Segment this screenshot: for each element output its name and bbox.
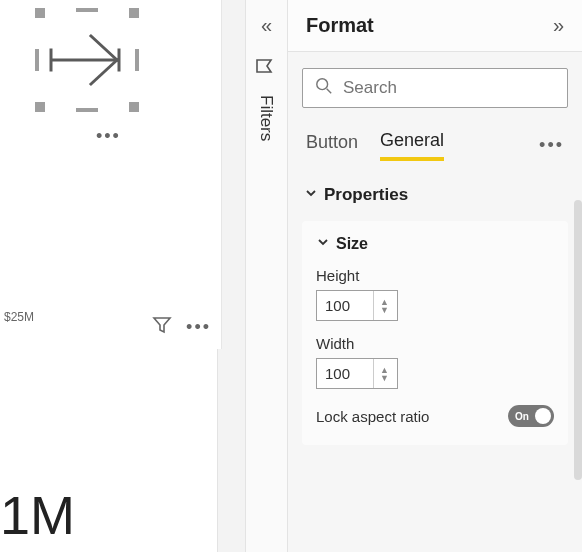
size-card: Size Height ▲ ▼ Width [302, 221, 568, 445]
resize-handle-br[interactable] [129, 102, 139, 112]
svg-point-5 [317, 79, 328, 90]
search-icon [315, 77, 333, 99]
format-pane: Format » Button General ••• Pr [288, 0, 582, 552]
svg-line-2 [91, 60, 117, 84]
chevron-down-icon [316, 235, 330, 253]
collapse-pane-button[interactable]: « [261, 14, 272, 37]
card-visual-value: 1M [0, 484, 75, 546]
width-stepper[interactable]: ▲ ▼ [316, 358, 398, 389]
resize-handle-t[interactable] [76, 8, 98, 12]
lock-aspect-toggle[interactable]: On [508, 405, 554, 427]
width-step-down[interactable]: ▼ [380, 374, 389, 382]
report-canvas-area: ••• $25M ••• 1M [0, 0, 217, 552]
tab-button[interactable]: Button [306, 132, 358, 159]
svg-line-1 [91, 36, 117, 60]
tabs-more-button[interactable]: ••• [539, 135, 564, 156]
height-step-down[interactable]: ▼ [380, 306, 389, 314]
bookmark-icon[interactable] [255, 57, 277, 75]
properties-section-toggle[interactable]: Properties [302, 181, 568, 209]
arrow-right-icon [47, 30, 127, 90]
width-input[interactable] [317, 359, 373, 388]
search-input[interactable] [343, 78, 555, 98]
resize-handle-r[interactable] [135, 49, 139, 71]
toggle-state-text: On [515, 411, 529, 422]
toggle-knob [535, 408, 551, 424]
filters-pane-collapsed: « Filters [246, 0, 288, 552]
format-pane-scrollbar[interactable] [574, 200, 582, 480]
resize-handle-tl[interactable] [35, 8, 45, 18]
visual-more-button[interactable]: ••• [186, 317, 211, 338]
size-section-title: Size [336, 235, 368, 253]
filter-icon[interactable] [152, 316, 172, 338]
size-section-toggle[interactable]: Size [316, 235, 554, 253]
filters-pane-label[interactable]: Filters [256, 95, 276, 141]
tab-general[interactable]: General [380, 130, 444, 161]
format-pane-title: Format [306, 14, 374, 37]
visual-options-button[interactable]: ••• [96, 126, 121, 147]
canvas[interactable]: ••• $25M ••• [0, 0, 222, 349]
lock-aspect-label: Lock aspect ratio [316, 408, 429, 425]
expand-pane-button[interactable]: » [553, 14, 564, 37]
height-label: Height [316, 267, 554, 284]
resize-handle-b[interactable] [76, 108, 98, 112]
axis-label: $25M [4, 310, 34, 324]
chevron-down-icon [304, 185, 318, 205]
properties-section-title: Properties [324, 185, 408, 205]
width-label: Width [316, 335, 554, 352]
height-stepper[interactable]: ▲ ▼ [316, 290, 398, 321]
resize-handle-tr[interactable] [129, 8, 139, 18]
format-search[interactable] [302, 68, 568, 108]
selected-visual[interactable] [35, 8, 139, 112]
height-input[interactable] [317, 291, 373, 320]
svg-line-6 [327, 89, 332, 94]
resize-handle-bl[interactable] [35, 102, 45, 112]
resize-handle-l[interactable] [35, 49, 39, 71]
